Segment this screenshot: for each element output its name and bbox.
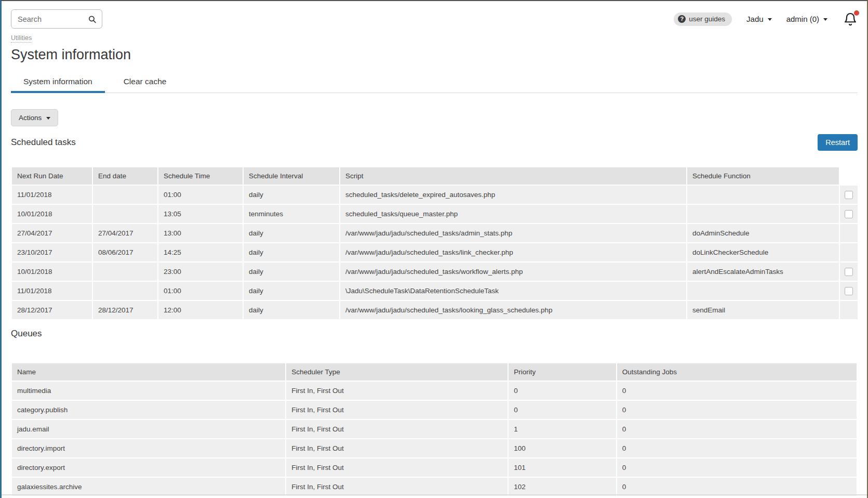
queue-header-outstanding_jobs: Outstanding Jobs [617, 363, 857, 381]
task-cell-script: /var/www/jadu/jadu/scheduled_tasks/workf… [340, 263, 686, 281]
queue-cell-priority: 1 [509, 420, 616, 438]
task-header-end_date: End date [93, 167, 157, 185]
queue-header-scheduler_type: Scheduler Type [286, 363, 508, 381]
task-cell-end_date [93, 205, 157, 223]
queue-cell-priority: 101 [509, 458, 616, 477]
task-cell-end_date: 08/06/2017 [93, 243, 157, 261]
task-row: 28/12/201728/12/201712:00daily/var/www/j… [12, 301, 858, 319]
task-cell-schedule_time: 13:05 [158, 205, 243, 223]
task-cell-script: /var/www/jadu/jadu/scheduled_tasks/link_… [340, 243, 686, 261]
task-cell-next_run_date: 11/01/2018 [12, 282, 92, 300]
tasks-header-row: Next Run DateEnd dateSchedule TimeSchedu… [12, 167, 858, 185]
user-menu-label: admin (0) [786, 15, 819, 23]
queue-header-name: Name [12, 363, 285, 381]
task-header-schedule_function: Schedule Function [687, 167, 839, 185]
scheduled-tasks-title: Scheduled tasks [11, 137, 76, 148]
task-select-checkbox[interactable] [845, 191, 853, 199]
task-cell-script: scheduled_tasks/queue_master.php [340, 205, 686, 223]
queue-cell-name: category.publish [12, 401, 285, 419]
actions-button-label: Actions [19, 114, 42, 122]
scheduled-tasks-header: Scheduled tasks Restart [11, 134, 858, 151]
queue-cell-outstanding_jobs: 0 [617, 401, 857, 419]
task-cell-select [840, 205, 858, 223]
queue-cell-priority: 100 [509, 439, 616, 457]
task-cell-script: scheduled_tasks/delete_expired_autosaves… [340, 186, 686, 204]
task-header-select [840, 167, 858, 185]
tab-bar: System information Clear cache [11, 72, 858, 93]
task-cell-schedule_function [687, 205, 839, 223]
queue-cell-name: galaxiessites.archive [12, 478, 285, 496]
user-menu[interactable]: admin (0) [786, 15, 827, 23]
task-row: 23/10/201708/06/201714:25daily/var/www/j… [12, 243, 858, 261]
notification-dot [854, 10, 859, 16]
task-cell-schedule_time: 14:25 [158, 243, 243, 261]
task-cell-select [840, 301, 858, 319]
task-cell-schedule_function [687, 282, 839, 300]
tab-clear-cache[interactable]: Clear cache [111, 72, 179, 93]
task-header-schedule_time: Schedule Time [158, 167, 243, 185]
task-select-checkbox[interactable] [845, 210, 853, 218]
page-content: ? user guides Jadu admin (0) [2, 9, 867, 497]
queue-cell-name: directory.import [12, 439, 285, 457]
queue-cell-scheduler_type: First In, First Out [286, 458, 508, 477]
task-cell-end_date: 27/04/2017 [93, 224, 157, 242]
task-row: 27/04/201727/04/201713:00daily/var/www/j… [12, 224, 858, 242]
task-cell-schedule_interval: daily [244, 263, 339, 281]
tab-system-information[interactable]: System information [11, 72, 105, 93]
task-cell-select [840, 224, 858, 242]
task-select-checkbox[interactable] [845, 268, 853, 276]
queue-row: multimediaFirst In, First Out00 [12, 382, 857, 400]
task-cell-schedule_function [687, 186, 839, 204]
task-cell-script: /var/www/jadu/jadu/scheduled_tasks/looki… [340, 301, 686, 319]
queues-table: NameScheduler TypePriorityOutstanding Jo… [11, 362, 858, 497]
task-cell-schedule_interval: daily [244, 243, 339, 261]
page-title: System information [11, 48, 858, 62]
queue-cell-scheduler_type: First In, First Out [286, 439, 508, 457]
task-select-checkbox[interactable] [845, 287, 853, 295]
breadcrumb-utilities[interactable]: Utilities [11, 34, 32, 43]
queue-cell-outstanding_jobs: 0 [617, 478, 857, 496]
task-cell-schedule_interval: daily [244, 186, 339, 204]
task-cell-script: /var/www/jadu/jadu/scheduled_tasks/admin… [340, 224, 686, 242]
queue-cell-scheduler_type: First In, First Out [286, 420, 508, 438]
queue-row: directory.exportFirst In, First Out1010 [12, 458, 857, 477]
queue-row: directory.importFirst In, First Out1000 [12, 439, 857, 457]
task-cell-schedule_interval: daily [244, 282, 339, 300]
actions-button[interactable]: Actions [11, 109, 58, 126]
task-cell-select [840, 186, 858, 204]
queue-header-priority: Priority [509, 363, 616, 381]
task-cell-end_date [93, 282, 157, 300]
task-cell-schedule_time: 01:00 [158, 186, 243, 204]
chevron-down-icon [823, 18, 827, 21]
task-header-next_run_date: Next Run Date [12, 167, 92, 185]
breadcrumb: Utilities [11, 34, 858, 42]
task-header-schedule_interval: Schedule Interval [244, 167, 339, 185]
user-guides-button[interactable]: ? user guides [674, 12, 732, 26]
task-cell-schedule_time: 13:00 [158, 224, 243, 242]
queues-header-row: NameScheduler TypePriorityOutstanding Jo… [12, 363, 857, 381]
notifications-button[interactable] [843, 12, 858, 27]
task-cell-end_date [93, 186, 157, 204]
queue-row: category.publishFirst In, First Out00 [12, 401, 857, 419]
queue-cell-scheduler_type: First In, First Out [286, 382, 508, 400]
task-row: 11/01/201801:00dailyscheduled_tasks/dele… [12, 186, 858, 204]
task-cell-schedule_function: doLinkCheckerSchedule [687, 243, 839, 261]
queue-cell-scheduler_type: First In, First Out [286, 478, 508, 496]
task-cell-schedule_interval: tenminutes [244, 205, 339, 223]
task-cell-schedule_function: alertAndEscalateAdminTasks [687, 263, 839, 281]
task-cell-next_run_date: 11/01/2018 [12, 186, 92, 204]
queue-cell-name: multimedia [12, 382, 285, 400]
queue-row: jadu.emailFirst In, First Out10 [12, 420, 857, 438]
task-cell-end_date [93, 263, 157, 281]
task-cell-select [840, 263, 858, 281]
queue-cell-priority: 0 [509, 401, 616, 419]
queue-cell-scheduler_type: First In, First Out [286, 401, 508, 419]
queue-cell-priority: 102 [509, 478, 616, 496]
task-cell-schedule_time: 23:00 [158, 263, 243, 281]
brand-menu[interactable]: Jadu [746, 15, 772, 23]
search-icon[interactable] [88, 15, 97, 23]
search-box [11, 9, 102, 29]
user-guides-label: user guides [689, 15, 725, 23]
queue-cell-name: jadu.email [12, 420, 285, 438]
restart-button[interactable]: Restart [818, 134, 858, 151]
